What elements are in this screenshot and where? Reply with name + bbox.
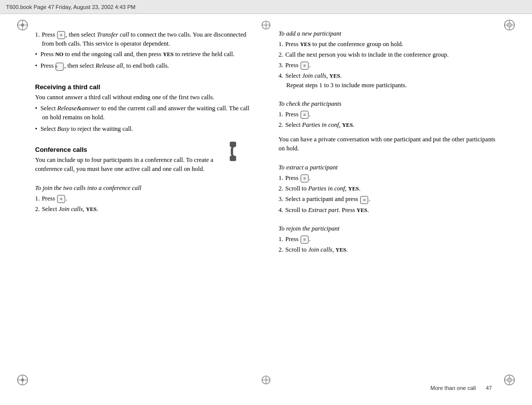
left-column: 1. Press ≡, then select Transfer call to… [35,30,258,370]
crosshair-top [260,19,272,31]
rejoin-heading: To rejoin the participant [279,225,497,233]
menu-key-icon: ≡ [301,174,309,182]
rejoin-item-1: 1. Press ≡. [279,235,497,244]
extract-item-3: 3. Select a participant and press ≡. [279,194,497,204]
conference-phone-image [226,141,253,163]
add-heading: To add a new participant [279,30,497,38]
corner-marker-tl [15,18,30,33]
add-item-3: 3. Press ≡. [279,61,497,70]
list-item: 1. Press ≡, then select Transfer call to… [35,30,253,48]
footer-label: More than one call [430,385,476,391]
check-heading: To check the participants [279,100,497,108]
header-bar: T600.book Page 47 Friday, August 23, 200… [0,0,532,14]
join-heading: To join the two calls into a conference … [35,184,253,192]
bullet-item: • Press ≡, then select Release all, to e… [35,61,253,70]
menu-key-icon: ≡ [57,195,65,203]
corner-marker-tr [502,18,517,33]
menu-key-icon: ≡ [56,63,64,71]
extract-item-1: 1. Press ≡. [279,173,497,182]
svg-point-12 [21,378,24,381]
svg-point-3 [21,24,24,27]
bullet-item: • Press NO to end the ongoing call and, … [35,50,253,59]
footer-content: More than one call 47 [430,385,492,391]
footer-page-number: 47 [486,385,492,391]
check-item-1: 1. Press ≡. [279,110,497,119]
header-text: T600.book Page 47 Friday, August 23, 200… [6,4,135,10]
svg-point-8 [508,24,511,27]
menu-key-icon: ≡ [57,31,65,39]
join-item-2: 2. Select Join calls, YES. [35,205,253,214]
rejoin-item-2: 2. Scroll to Join calls, YES. [279,245,497,254]
main-content: 1. Press ≡, then select Transfer call to… [35,30,497,370]
menu-key-icon: ≡ [360,196,368,204]
check-note: You can have a private conversation with… [279,135,497,153]
join-item-1: 1. Press ≡. [35,194,253,203]
menu-key-icon: ≡ [301,62,309,70]
footer: More than one call 47 [0,385,532,391]
receiving-heading: Receiving a third call [35,83,253,91]
svg-point-17 [508,378,511,381]
add-item-4: 4. Select Join calls, YES. Repeat steps … [279,71,497,89]
crosshair-bottom [260,374,272,386]
receiving-body: You cannot answer a third call without e… [35,93,253,102]
add-item-2: 2. Call the next person you wish to incl… [279,50,497,59]
menu-key-icon: ≡ [301,111,309,119]
menu-key-icon: ≡ [301,236,309,244]
bullet-item: • Select Busy to reject the waiting call… [35,124,253,133]
extract-item-4: 4. Scroll to Extract part. Press YES. [279,206,497,215]
right-column: To add a new participant 1. Press YES to… [274,30,497,370]
add-item-1: 1. Press YES to put the conference group… [279,40,497,49]
bullet-item: • Select Release&answer to end the curre… [35,104,253,122]
extract-heading: To extract a participant [279,164,497,171]
page: T600.book Page 47 Friday, August 23, 200… [0,0,532,405]
check-item-2: 2. Select Parties in conf, YES. [279,120,497,129]
conference-heading: Conference calls [35,146,253,153]
conference-body: You can include up to four participants … [35,155,253,173]
extract-item-2: 2. Scroll to Parties in conf, YES. [279,184,497,193]
